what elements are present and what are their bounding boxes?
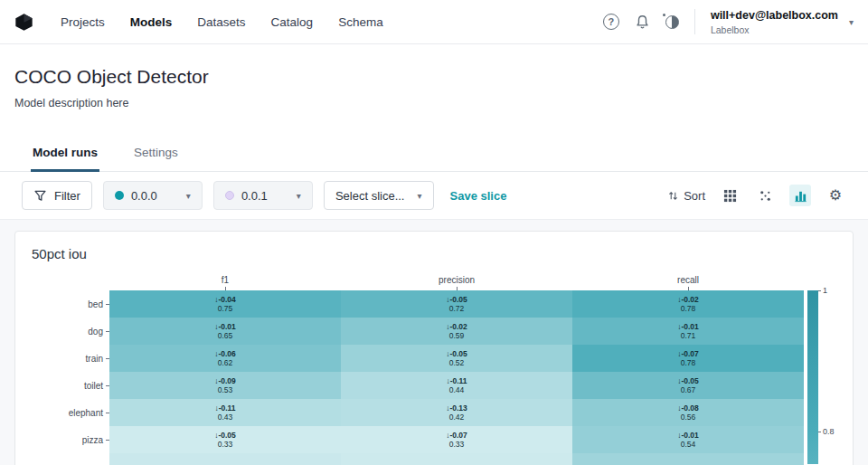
help-button[interactable]: ? <box>603 14 619 30</box>
run-b-label: 0.0.1 <box>241 189 268 203</box>
heatmap-cell-partial[interactable] <box>109 453 341 465</box>
row-label-elephant: elephant <box>30 399 109 426</box>
heatmap-cell-elephant-precision[interactable]: ↓-0.130.42 <box>341 399 572 426</box>
heatmap-cell-bed-f1[interactable]: ↓-0.040.75 <box>109 290 341 318</box>
tab-model-runs[interactable]: Model runs <box>31 137 99 171</box>
heatmap-cell-train-recall[interactable]: ↓-0.070.78 <box>572 345 804 372</box>
cell-value: 0.59 <box>449 331 465 340</box>
heatmap-wrap: f1precisionrecallbed↓-0.040.75↓-0.050.72… <box>30 276 838 465</box>
cell-value: 0.67 <box>681 385 696 394</box>
sort-arrows-icon <box>667 189 679 203</box>
cell-delta: ↓-0.04 <box>214 295 236 304</box>
metrics-view-button[interactable] <box>789 185 811 206</box>
column-header-precision: precision <box>341 276 572 290</box>
filter-button[interactable]: Filter <box>22 181 92 210</box>
cell-value: 0.65 <box>218 331 233 340</box>
heatmap-cell-toilet-f1[interactable]: ↓-0.090.53 <box>109 372 341 399</box>
account-menu[interactable]: will+dev@labelbox.com Labelbox ▾ <box>711 9 854 35</box>
nav-item-projects[interactable]: Projects <box>61 15 105 29</box>
cell-value: 0.71 <box>681 331 696 340</box>
divider <box>694 9 695 34</box>
embedding-view-button[interactable] <box>754 185 776 206</box>
bar-chart-icon <box>794 189 807 203</box>
heatmap-row-bed: bed↓-0.040.75↓-0.050.72↓-0.020.78 <box>30 290 804 318</box>
account-org: Labelbox <box>711 24 838 35</box>
column-header-f1: f1 <box>109 276 341 290</box>
heatmap-cell-pizza-f1[interactable]: ↓-0.050.33 <box>109 426 341 453</box>
chevron-down-icon: ▾ <box>186 191 191 201</box>
slice-select[interactable]: Select slice... ▾ <box>324 181 434 210</box>
run-b-select[interactable]: 0.0.1 ▾ <box>213 181 313 210</box>
funnel-icon <box>33 189 47 203</box>
cell-delta: ↓-0.05 <box>214 431 236 440</box>
nav-item-models[interactable]: Models <box>130 15 173 29</box>
cell-delta: ↓-0.07 <box>677 349 699 358</box>
contrast-icon <box>665 15 679 29</box>
row-label-pizza: pizza <box>30 426 109 453</box>
gear-icon: ⚙ <box>829 188 842 203</box>
theme-toggle-button[interactable] <box>665 15 679 29</box>
page-description: Model description here <box>14 97 854 109</box>
dots-scatter-icon <box>759 189 772 203</box>
page-title: COCO Object Detector <box>14 66 854 88</box>
save-slice-link[interactable]: Save slice <box>450 189 507 203</box>
tabs: Model runsSettings <box>0 137 868 172</box>
run-a-select[interactable]: 0.0.0 ▾ <box>103 181 203 210</box>
heatmap-corner <box>30 276 109 290</box>
cell-value: 0.53 <box>218 385 233 394</box>
nav-item-catalog[interactable]: Catalog <box>271 15 314 29</box>
heatmap-cell-pizza-precision[interactable]: ↓-0.070.33 <box>341 426 572 453</box>
sort-button[interactable]: Sort <box>667 189 705 203</box>
settings-button[interactable]: ⚙ <box>825 185 846 206</box>
nav-item-datasets[interactable]: Datasets <box>197 15 245 29</box>
colorbar-tick-line <box>818 432 821 432</box>
nav-right: ? will+dev@labelbox.com Labelbox ▾ <box>603 9 854 35</box>
row-label-toilet: toilet <box>30 372 109 399</box>
cell-value: 0.42 <box>449 413 465 422</box>
cell-value: 0.72 <box>449 304 465 313</box>
top-nav: ProjectsModelsDatasetsCatalogSchema ? wi… <box>0 0 868 44</box>
heatmap-cell-train-precision[interactable]: ↓-0.050.52 <box>341 345 572 372</box>
content-area: 50pct iou f1precisionrecallbed↓-0.040.75… <box>0 220 868 465</box>
column-header-recall: recall <box>572 276 804 290</box>
cell-delta: ↓-0.02 <box>446 322 467 331</box>
sort-label: Sort <box>684 189 705 203</box>
heatmap-cell-partial[interactable] <box>572 453 804 465</box>
heatmap-cell-train-f1[interactable]: ↓-0.060.62 <box>109 345 341 372</box>
grid-view-button[interactable] <box>719 185 741 206</box>
toolbar: Filter 0.0.0 ▾ 0.0.1 ▾ Select slice... ▾… <box>0 172 868 220</box>
bell-icon <box>635 14 650 30</box>
heatmap-cell-toilet-precision[interactable]: ↓-0.110.44 <box>341 372 572 399</box>
heatmap-cell-elephant-recall[interactable]: ↓-0.080.56 <box>572 399 804 426</box>
cell-delta: ↓-0.09 <box>214 376 236 385</box>
notifications-button[interactable] <box>635 14 650 30</box>
nav-item-schema[interactable]: Schema <box>338 15 383 29</box>
heatmap-cell-toilet-recall[interactable]: ↓-0.050.67 <box>572 372 804 399</box>
toolbar-right: Sort <box>667 185 846 206</box>
row-label-partial <box>30 453 109 465</box>
main-nav: ProjectsModelsDatasetsCatalogSchema <box>61 15 383 29</box>
chevron-down-icon: ▾ <box>417 191 421 201</box>
colorbar-tick-line <box>818 290 821 291</box>
colorbar-column: 1 0.8 <box>807 276 838 465</box>
heatmap-cell-pizza-recall[interactable]: ↓-0.010.54 <box>572 426 804 453</box>
cell-delta: ↓-0.02 <box>677 295 699 304</box>
slice-select-label: Select slice... <box>335 189 405 203</box>
account-email: will+dev@labelbox.com <box>711 9 838 22</box>
heatmap-cell-dog-precision[interactable]: ↓-0.020.59 <box>341 318 572 345</box>
cell-value: 0.56 <box>681 413 696 422</box>
row-label-bed: bed <box>30 290 109 318</box>
heatmap-cell-bed-precision[interactable]: ↓-0.050.72 <box>341 290 572 318</box>
cell-delta: ↓-0.07 <box>446 431 467 440</box>
cell-value: 0.54 <box>681 440 696 449</box>
heatmap-cell-elephant-f1[interactable]: ↓-0.110.43 <box>109 399 341 426</box>
heatmap-cell-dog-recall[interactable]: ↓-0.010.71 <box>572 318 804 345</box>
tab-settings[interactable]: Settings <box>132 137 180 171</box>
row-label-dog: dog <box>30 318 109 345</box>
heatmap-cell-bed-recall[interactable]: ↓-0.020.78 <box>572 290 804 318</box>
heatmap-cell-partial[interactable] <box>341 453 572 465</box>
heatmap-cell-dog-f1[interactable]: ↓-0.010.65 <box>109 318 341 345</box>
heatmap-row-partial <box>30 453 804 465</box>
labelbox-logo[interactable] <box>14 13 33 32</box>
cell-delta: ↓-0.01 <box>214 322 236 331</box>
